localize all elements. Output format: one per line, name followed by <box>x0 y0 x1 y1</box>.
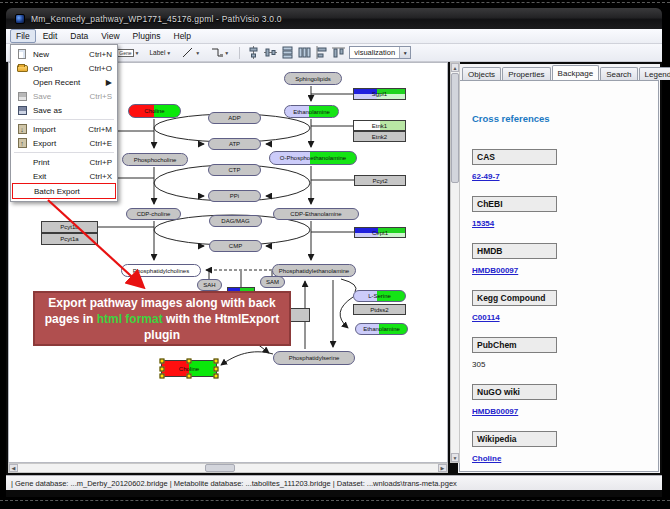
pathway-node-pcyt1b[interactable]: Pcyt1b <box>41 221 98 233</box>
menu-item-shortcut: Ctrl+X <box>90 172 112 181</box>
pathway-node-label: O-Phosphoethanolamine <box>280 155 346 161</box>
pathway-node-ptdss2[interactable]: Ptdss2 <box>353 304 406 315</box>
stack-horizontal-icon[interactable] <box>298 46 311 59</box>
selection-handle[interactable] <box>160 374 165 379</box>
menu-item-save[interactable]: SaveCtrl+S <box>12 89 116 103</box>
scroll-up-icon[interactable]: ▲ <box>451 63 459 72</box>
selection-handle[interactable] <box>187 374 192 379</box>
menu-edit[interactable]: Edit <box>37 29 64 43</box>
pathway-node-sphingolipids[interactable]: Sphingolipids <box>284 72 342 85</box>
selection-handle[interactable] <box>187 359 192 364</box>
reference-link[interactable]: C00114 <box>472 313 646 322</box>
visualization-combobox[interactable]: visualization ▼ <box>349 46 411 59</box>
tab-legend[interactable]: Legend <box>639 67 670 80</box>
pathway-node-sam[interactable]: SAM <box>260 276 285 288</box>
menu-help[interactable]: Help <box>168 29 197 43</box>
pathway-node-dag-mag[interactable]: DAG/MAG <box>209 215 262 227</box>
add-label-button[interactable]: Label ▼ <box>146 47 174 58</box>
align-left-icon[interactable] <box>315 46 328 59</box>
reference-link[interactable]: HMDB00097 <box>472 407 646 416</box>
chevron-down-icon[interactable]: ▼ <box>399 47 410 58</box>
scroll-down-icon[interactable]: ▼ <box>451 453 459 462</box>
pathway-node-pcyt2[interactable]: Pcyt2 <box>354 175 406 186</box>
tab-objects[interactable]: Objects <box>462 67 501 80</box>
pathway-node-label: ADP <box>228 115 240 121</box>
pathway-node-cept1[interactable]: Cept1 <box>354 227 406 238</box>
chevron-down-icon[interactable]: ▼ <box>135 50 140 56</box>
menu-icon-spacer <box>16 186 30 197</box>
scroll-left-icon[interactable]: ◀ <box>9 464 18 472</box>
align-top-icon[interactable] <box>332 46 345 59</box>
tab-backpage[interactable]: Backpage <box>552 65 600 80</box>
canvas-vertical-scrollbar[interactable]: ▲ ▼ <box>450 62 460 463</box>
pathway-node-phosphatidylcholines[interactable]: Phosphatidylcholines <box>121 264 201 277</box>
pathway-node-etnk2[interactable]: Etnk2 <box>353 131 406 142</box>
pathway-node[interactable] <box>288 308 310 322</box>
menu-item-open-recent[interactable]: Open Recent▶ <box>12 75 116 89</box>
open-icon <box>15 63 29 74</box>
menu-item-batch-export[interactable]: Batch Export <box>12 183 116 199</box>
stack-vertical-icon[interactable] <box>281 46 294 59</box>
add-connector-button[interactable]: ▼ <box>207 44 232 61</box>
scrollbar-thumb[interactable] <box>451 73 459 183</box>
reference-link[interactable]: 62-49-7 <box>472 172 646 181</box>
selection-handle[interactable] <box>160 366 165 371</box>
pathway-node-phosphatidylserine[interactable]: Phosphatidylserine <box>273 351 355 365</box>
align-center-icon[interactable] <box>247 46 260 59</box>
pathway-node-label: Phosphatidylserine <box>289 355 340 361</box>
chevron-down-icon[interactable]: ▼ <box>224 50 229 56</box>
pathway-node-ppi[interactable]: PPi <box>208 190 261 202</box>
menu-data[interactable]: Data <box>64 29 94 43</box>
tab-properties[interactable]: Properties <box>502 67 550 80</box>
chevron-down-icon[interactable]: ▼ <box>166 50 171 56</box>
add-line-button[interactable]: ▼ <box>178 44 203 61</box>
reference-link[interactable]: Choline <box>472 454 646 463</box>
menu-item-export[interactable]: ↑ExportCtrl+E <box>12 136 116 150</box>
pathway-node-cdp-choline[interactable]: CDP-choline <box>126 208 181 220</box>
menu-item-print[interactable]: PrintCtrl+P <box>12 155 116 169</box>
menu-file[interactable]: File <box>10 29 36 43</box>
menu-item-open[interactable]: OpenCtrl+O <box>12 61 116 75</box>
pathway-node-pcyt1a[interactable]: Pcyt1a <box>41 233 98 245</box>
align-middle-icon[interactable] <box>264 46 277 59</box>
scrollbar-thumb[interactable] <box>205 464 235 472</box>
selection-handle[interactable] <box>214 366 219 371</box>
pathway-node-sah[interactable]: SAH <box>197 279 222 291</box>
menu-view[interactable]: View <box>95 29 125 43</box>
window-title: Mm_Kennedy_pathway_WP1771_45176.gpml - P… <box>31 14 282 24</box>
tab-search[interactable]: Search <box>600 67 637 80</box>
menu-icon-spacer <box>15 171 29 182</box>
pathway-node-ethanolamine[interactable]: Ethanolamine <box>284 105 339 118</box>
pathway-node-phosphatidylethanolamine[interactable]: Phosphatidylethanolamine <box>272 264 356 277</box>
pathway-node-adp[interactable]: ADP <box>208 112 261 124</box>
pathway-node-choline[interactable]: Choline <box>128 104 181 118</box>
pathway-node-cdp-ethanolamine[interactable]: CDP-Ethanolamine <box>273 208 359 220</box>
menu-item-save-as[interactable]: Save as <box>12 103 116 117</box>
menu-plugins[interactable]: Plugins <box>127 29 167 43</box>
pathway-node-l-serine[interactable]: L-Serine <box>353 290 406 302</box>
scroll-right-icon[interactable]: ▶ <box>438 464 447 472</box>
pathway-node-etnk1[interactable]: Etnk1 <box>353 120 406 131</box>
menu-item-new[interactable]: NewCtrl+N <box>12 47 116 61</box>
chevron-down-icon[interactable]: ▼ <box>195 50 200 56</box>
pathway-node-ctp[interactable]: CTP <box>208 164 261 176</box>
menu-item-import[interactable]: ↓ImportCtrl+M <box>12 122 116 136</box>
pathway-node-o-phosphoethanolamine[interactable]: O-Phosphoethanolamine <box>269 151 357 165</box>
selection-handle[interactable] <box>214 359 219 364</box>
menu-item-exit[interactable]: ExitCtrl+X <box>12 169 116 183</box>
pathway-node-phosphocholine[interactable]: Phosphocholine <box>122 153 188 166</box>
add-gene-button[interactable]: Gene ▼ <box>114 47 142 59</box>
pathway-node-ethanolamine[interactable]: Ethanolamine <box>355 323 408 335</box>
visualization-value: visualization <box>350 48 399 57</box>
pathway-node-choline[interactable]: Choline <box>161 360 217 377</box>
pathway-node-atp[interactable]: ATP <box>208 138 261 150</box>
pathway-node-cmp[interactable]: CMP <box>209 240 262 252</box>
reference-link[interactable]: 15354 <box>472 219 646 228</box>
selection-handle[interactable] <box>214 374 219 379</box>
export-icon: ↑ <box>15 138 29 149</box>
pathway-node-sgpl1[interactable]: Sgpl1 <box>353 88 406 100</box>
canvas-horizontal-scrollbar[interactable]: ◀ ▶ <box>8 463 448 473</box>
reference-link[interactable]: HMDB00097 <box>472 266 646 275</box>
selection-handle[interactable] <box>160 359 165 364</box>
pathway-node-label: SAH <box>203 282 215 288</box>
